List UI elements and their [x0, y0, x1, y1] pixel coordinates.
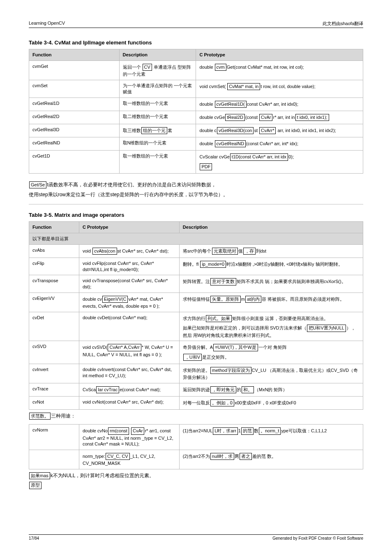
note-paragraph: Get/Set函数效率不高，在必要时才使用使它们。更好的办法是自己来访问矩阵数据…: [29, 181, 363, 189]
table-row: norm_type:CV_C, CV_L1, CV_L2, CV_NORM_MA…: [29, 450, 363, 469]
box: CV: [143, 64, 152, 71]
table-row: cvFlip void cvFlip(const CvArr* src, CvA…: [29, 258, 363, 275]
header-left: Learning OpenCV: [29, 21, 65, 27]
t1-h1: Function: [29, 49, 120, 61]
table-row: cvTranspose void cvTranspose(const CvArr…: [29, 275, 363, 293]
table-3-4: Function Description C Prototype cvmGet …: [29, 49, 363, 174]
table-row: cvTrace CvScalar cvTrace(const CvArr* ma…: [29, 383, 363, 396]
table-3-5: Function C Prototype Description 以下都是单目运…: [29, 221, 363, 410]
t3-after: 如果mask不为NULL，则计算时只考虑相应位置的元素。 原型: [29, 472, 363, 489]
table-row: cvGetReal3D 取三维数组的一个元素 double cvGetReal3…: [29, 124, 363, 137]
table-row: cvEigenVV double cvEigenVV(CvArr* mat, C…: [29, 293, 363, 312]
footer-credit: Generated by Foxit PDF Creator © Foxit S…: [272, 536, 363, 541]
table-row: cvNorm double cvNorm(const CvArr* arr1, …: [29, 425, 363, 450]
table-row: cvGet1D 取一维数组的一个元素 CvScalar cvGet1D(cons…: [29, 151, 363, 173]
table-row: cvmSet 为一个单通道浮点矩阵的 一个元素赋值 void cvmSet( C…: [29, 80, 363, 97]
table2-title: Table 3-5. Matrix and image operators: [29, 212, 363, 218]
table-3-5b: cvNorm double cvNorm(const CvArr* arr1, …: [29, 424, 363, 469]
table-row: cvAbs void cvAbs(const CvArr* src, CvArr…: [29, 244, 363, 258]
table-row: cvSVD void cvSVD(CvArr* A,CvArr* W, CvAr…: [29, 341, 363, 364]
table-row: cvGetReal2D 取二维数组的一个元素 double cvGetReal2…: [29, 111, 363, 124]
note-paragraph-2: 使用step乘以row来定位某一行（这里step是矩阵的一行在内存中的长度，以字…: [29, 191, 363, 198]
table-row: cvInvert double cvInvert(const CvArr* sr…: [29, 364, 363, 383]
t1-h2: Description: [119, 49, 196, 61]
page-header: Learning OpenCV 此文档由shaofa翻译: [29, 21, 363, 28]
table-row: cvGetReal1D 取一维数组的一个元素 double cvGetReal1…: [29, 97, 363, 111]
t1r0-func: cvmGet: [29, 60, 120, 80]
table-row: cvmGet 返回一个 CV 单通道浮点 型矩阵的一个元素 double cvm…: [29, 60, 363, 80]
divider: [29, 204, 363, 204]
box: cvm: [215, 64, 226, 71]
footer-page: 17/84: [29, 536, 39, 541]
page-footer: 17/84 Generated by Foxit PDF Creator © F…: [29, 534, 363, 541]
t1-h3: C Prototype: [196, 49, 363, 61]
t3-intro: 求范数。三种用途：: [29, 412, 363, 420]
pdf-box: PDF: [200, 163, 212, 170]
header-right: 此文档由shaofa翻译: [323, 21, 363, 27]
table-row: cvGetRealND 取N维数组的一个元素 double cvGetRealN…: [29, 137, 363, 151]
table1-title: Table 3-4. CvMat and IplImage element fu…: [29, 39, 363, 46]
table-row: cvDet double cvDet(const CvArr* mat); 求方…: [29, 312, 363, 341]
table-row: cvNot void cvNot(const CvArr* src, CvArr…: [29, 396, 363, 409]
